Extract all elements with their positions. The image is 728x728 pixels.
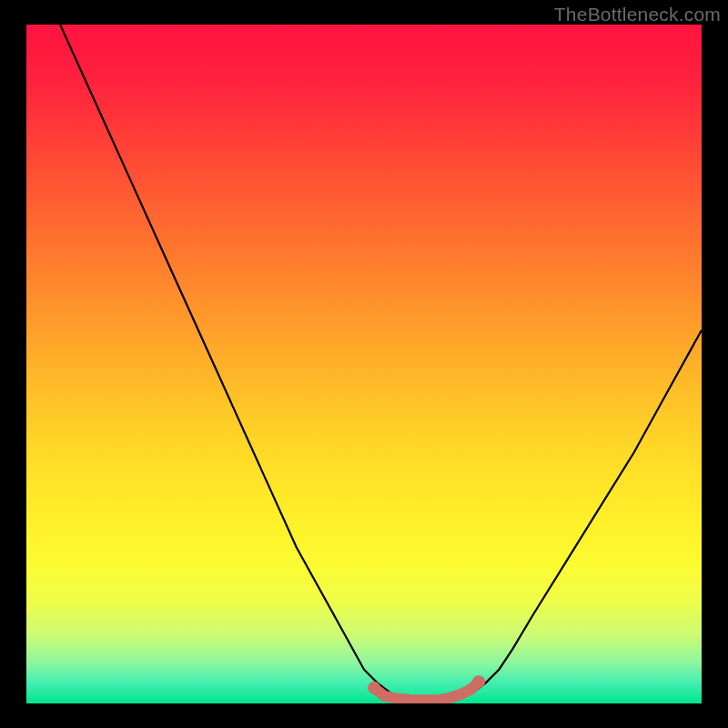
gradient-background: [26, 25, 702, 703]
plot-area: [26, 25, 702, 703]
optimal-range-endpoint: [368, 682, 380, 694]
watermark-text: TheBottleneck.com: [554, 4, 721, 25]
chart-container: TheBottleneck.com: [0, 0, 728, 728]
chart-svg: [26, 25, 702, 703]
optimal-range-endpoint: [472, 675, 485, 688]
